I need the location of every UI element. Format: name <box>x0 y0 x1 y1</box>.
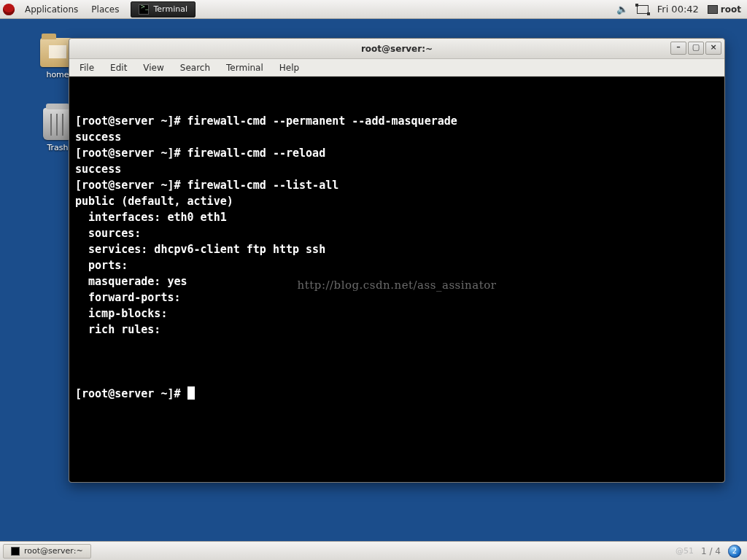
terminal-line: rich rules: <box>75 322 719 338</box>
terminal-line: success <box>75 161 719 177</box>
terminal-line: forward-ports: <box>75 289 719 306</box>
terminal-line: [root@server ~]# firewall-cmd --list-all <box>75 177 719 193</box>
terminal-line: ports: <box>75 257 719 273</box>
workspace-pager-label: 1 / 4 <box>701 546 721 556</box>
top-panel-right: 🔈 Fri 00:42 root <box>616 4 747 15</box>
terminal-icon <box>11 547 20 556</box>
terminal-prompt: [root@server ~]# <box>75 387 187 400</box>
terminal-prompt-line: [root@server ~]# <box>75 386 719 402</box>
window-title: root@server:~ <box>361 44 433 54</box>
terminal-cursor <box>187 386 195 400</box>
terminal-icon <box>139 4 149 15</box>
window-close-button[interactable]: × <box>705 42 721 55</box>
top-panel-left: Applications Places Terminal <box>0 1 196 18</box>
taskbar-item-terminal[interactable]: root@server:~ <box>3 544 91 559</box>
applications-menu[interactable]: Applications <box>19 1 84 18</box>
places-menu[interactable]: Places <box>85 1 125 18</box>
panel-task-terminal[interactable]: Terminal <box>131 1 196 18</box>
network-icon[interactable] <box>637 5 649 14</box>
window-buttons: – ▢ × <box>670 42 721 55</box>
terminal-line: masquerade: yes <box>75 273 719 289</box>
trash-icon <box>43 108 72 140</box>
terminal-line: sources: <box>75 225 719 241</box>
menu-search[interactable]: Search <box>173 61 217 75</box>
window-minimize-button[interactable]: – <box>670 42 686 55</box>
menu-terminal[interactable]: Terminal <box>219 61 271 75</box>
terminal-window: root@server:~ – ▢ × File Edit View Searc… <box>69 38 725 483</box>
menu-file[interactable]: File <box>72 61 101 75</box>
menu-edit[interactable]: Edit <box>103 61 134 75</box>
terminal-line: interfaces: eth0 eth1 <box>75 209 719 225</box>
window-maximize-button[interactable]: ▢ <box>688 42 704 55</box>
top-panel: Applications Places Terminal 🔈 Fri 00:42… <box>0 0 747 19</box>
clock[interactable]: Fri 00:42 <box>657 4 699 15</box>
bottom-panel: root@server:~ @51 1 / 4 2 <box>0 541 747 560</box>
user-menu[interactable]: root <box>708 4 741 15</box>
terminal-line: [root@server ~]# firewall-cmd --reload <box>75 145 719 161</box>
user-label: root <box>721 4 741 15</box>
terminal-line: success <box>75 129 719 145</box>
terminal-line: [root@server ~]# firewall-cmd --permanen… <box>75 113 719 129</box>
panel-task-terminal-label: Terminal <box>153 4 187 14</box>
terminal-line: public (default, active) <box>75 193 719 209</box>
corner-faint-text: @51 <box>676 546 694 556</box>
terminal-line: services: dhcpv6-client ftp http ssh <box>75 241 719 257</box>
bottom-panel-right: @51 1 / 4 2 <box>676 545 747 558</box>
workspace-switcher[interactable]: 2 <box>728 545 741 558</box>
terminal-menubar: File Edit View Search Terminal Help <box>69 59 724 77</box>
taskbar-item-terminal-label: root@server:~ <box>24 546 83 556</box>
menu-help[interactable]: Help <box>272 61 306 75</box>
user-icon <box>708 5 718 14</box>
distro-logo-icon <box>3 4 15 15</box>
menu-view[interactable]: View <box>136 61 171 75</box>
terminal-output[interactable]: [root@server ~]# firewall-cmd --permanen… <box>69 77 724 482</box>
window-titlebar[interactable]: root@server:~ – ▢ × <box>69 39 724 59</box>
volume-icon[interactable]: 🔈 <box>616 4 628 15</box>
terminal-line <box>75 338 719 354</box>
terminal-line: icmp-blocks: <box>75 306 719 322</box>
